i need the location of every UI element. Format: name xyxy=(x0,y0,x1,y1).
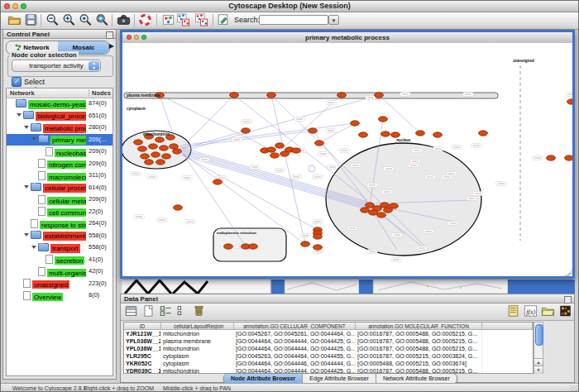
attribute-batch-icon[interactable] xyxy=(506,304,521,318)
matrix-icon[interactable] xyxy=(558,304,573,318)
cell-0-1[interactable]: mitochondrion xyxy=(161,330,234,337)
network-node[interactable] xyxy=(156,137,165,142)
zoom-out-icon[interactable] xyxy=(45,13,62,28)
tree-row-multi-organism-pro[interactable]: multi-organism pro42(0) xyxy=(7,265,112,278)
tree-row-primary-metabol[interactable]: primary metabol209(... xyxy=(7,134,112,146)
cell-1-1[interactable]: plasma membrane xyxy=(161,337,234,345)
tree-row-cell-communicat[interactable]: cell communicat22(0) xyxy=(7,206,112,218)
tree-row-cellular-metabol[interactable]: cellular metabol209(0) xyxy=(7,194,112,206)
expand-triangle-icon[interactable] xyxy=(24,233,29,237)
tree-row-metabolic-process[interactable]: metabolic process280(0) xyxy=(7,122,112,134)
network-node[interactable] xyxy=(547,155,556,160)
cell-2-1[interactable]: mitochondrion xyxy=(161,345,234,352)
new-attribute-icon[interactable] xyxy=(141,304,156,318)
zoom-selected-icon[interactable] xyxy=(95,13,112,28)
network-node[interactable] xyxy=(230,93,239,98)
cell-1-2[interactable]: [GO:0044464, GO:0044444, GO:0044425, G..… xyxy=(234,337,356,345)
network-node[interactable] xyxy=(292,148,301,153)
help-icon[interactable] xyxy=(138,13,155,28)
column-header-annotation.GO MOLECULAR_FUNCTION[interactable]: annotation.GO MOLECULAR_FUNCTION xyxy=(356,323,482,330)
network-node[interactable] xyxy=(380,203,390,208)
network-node[interactable] xyxy=(267,93,276,98)
scroll-down-icon[interactable]: ▼ xyxy=(534,366,543,374)
cell-2-2[interactable]: [GO:0044464, GO:0044444, GO:0044425, G..… xyxy=(234,345,356,352)
cell-3-3[interactable]: [GO:0016787, GO:0005215, GO:0003824, G..… xyxy=(356,352,482,360)
cell-1-3[interactable]: [GO:0016787, GO:0005488, GO:0005215, G..… xyxy=(356,337,482,345)
column-header-ID[interactable]: ID xyxy=(124,323,161,330)
open-session-icon[interactable] xyxy=(7,13,24,28)
column-header-_cellularLayoutRegion[interactable]: _cellularLayoutRegion xyxy=(161,323,234,330)
cell-3-2[interactable]: [GO:0045263, GO:0044464, GO:0044455, G..… xyxy=(234,352,356,360)
cell-4-1[interactable]: cytoplasm xyxy=(161,360,234,367)
tree-row-mosaic-demo-yeast[interactable]: mosaic-demo-yeast874(0) xyxy=(7,98,112,110)
cell-0-3[interactable]: [GO:0016787, GO:0005488, GO:0005215, G..… xyxy=(356,330,482,337)
save-session-icon[interactable] xyxy=(24,13,41,28)
network-node[interactable] xyxy=(224,244,233,249)
network-node[interactable] xyxy=(138,146,147,151)
edge[interactable] xyxy=(184,95,234,146)
network-node[interactable] xyxy=(145,160,154,165)
tree-row-response-to-stimulu[interactable]: response to stimulu264(0) xyxy=(7,218,112,230)
edge[interactable] xyxy=(319,123,355,143)
float-panel-icon[interactable] xyxy=(564,296,572,304)
expand-triangle-icon[interactable] xyxy=(24,185,29,189)
edge[interactable] xyxy=(234,95,367,200)
attribute-table-icon[interactable] xyxy=(124,304,139,318)
network-node[interactable] xyxy=(433,132,443,137)
import-attributes-icon[interactable] xyxy=(541,304,556,318)
network-node[interactable] xyxy=(366,203,375,208)
network-node[interactable] xyxy=(351,121,360,126)
network-node[interactable] xyxy=(359,132,368,137)
network-node[interactable] xyxy=(170,144,179,149)
image-snapshot-icon[interactable] xyxy=(117,13,133,28)
overlay-network-2-icon[interactable] xyxy=(194,13,211,28)
network-node[interactable] xyxy=(267,147,276,152)
network-node[interactable] xyxy=(315,141,324,146)
network-node[interactable] xyxy=(141,154,150,159)
select-attributes-icon[interactable] xyxy=(159,304,174,318)
scrollbar-thumb[interactable] xyxy=(535,324,543,346)
tree-col-network[interactable]: Network xyxy=(10,89,35,97)
cell-4-3[interactable]: [GO:0005488, GO:0005215, GO:0003674] xyxy=(356,360,482,367)
network-node[interactable] xyxy=(369,210,378,215)
network-node[interactable] xyxy=(391,132,400,137)
network-node[interactable] xyxy=(242,128,251,133)
tree-col-nodes[interactable]: Nodes xyxy=(89,89,111,97)
network-node[interactable] xyxy=(565,155,573,160)
resize-grip[interactable] xyxy=(570,385,577,392)
network-node[interactable] xyxy=(270,153,280,158)
network-node[interactable] xyxy=(213,179,223,184)
network-node[interactable] xyxy=(249,244,258,249)
formula-icon[interactable]: f(x) xyxy=(524,304,538,318)
network-node[interactable] xyxy=(313,245,323,250)
network-canvas[interactable]: plasma membranecytoplasmmitochondrionnuc… xyxy=(122,43,572,276)
network-node[interactable] xyxy=(162,154,171,159)
network-node[interactable] xyxy=(381,131,390,136)
network-node[interactable] xyxy=(337,93,347,98)
zoom-in-icon[interactable] xyxy=(62,13,79,28)
table-scrollbar[interactable]: ▲ ▼ xyxy=(534,322,543,374)
network-node[interactable] xyxy=(151,152,160,157)
tree-row-transport[interactable]: transport558(0) xyxy=(7,241,112,254)
network-node[interactable] xyxy=(149,144,158,149)
float-panel-icon[interactable] xyxy=(106,31,113,39)
network-node[interactable] xyxy=(361,208,370,213)
search-input[interactable] xyxy=(259,15,328,25)
cell-0-0[interactable]: YJR121W__1 xyxy=(124,330,161,337)
expand-triangle-icon[interactable] xyxy=(31,137,36,141)
vizmapper-icon[interactable] xyxy=(161,13,178,28)
annotation-icon[interactable] xyxy=(216,13,232,28)
network-node[interactable] xyxy=(375,93,384,98)
network-node[interactable] xyxy=(134,140,143,145)
network-node[interactable] xyxy=(160,146,169,151)
network-node[interactable] xyxy=(173,149,182,154)
cell-2-0[interactable]: YPL036W__1 xyxy=(124,345,161,352)
cell-5-0[interactable]: YDR039C__1 xyxy=(124,367,161,374)
more-tabs-arrow[interactable]: ▶ xyxy=(109,42,114,50)
node-color-dropdown[interactable]: transporter activity ▲▼ xyxy=(12,60,101,72)
cell-1-0[interactable]: YPL036W__2 xyxy=(124,337,161,345)
tree-row-overview[interactable]: Overview8(0) xyxy=(7,289,112,302)
network-node[interactable] xyxy=(313,234,323,239)
network-node[interactable] xyxy=(275,143,285,148)
column-header-annotation.GO CELLULAR_COMPONENT[interactable]: annotation.GO CELLULAR_COMPONENT xyxy=(234,323,356,330)
